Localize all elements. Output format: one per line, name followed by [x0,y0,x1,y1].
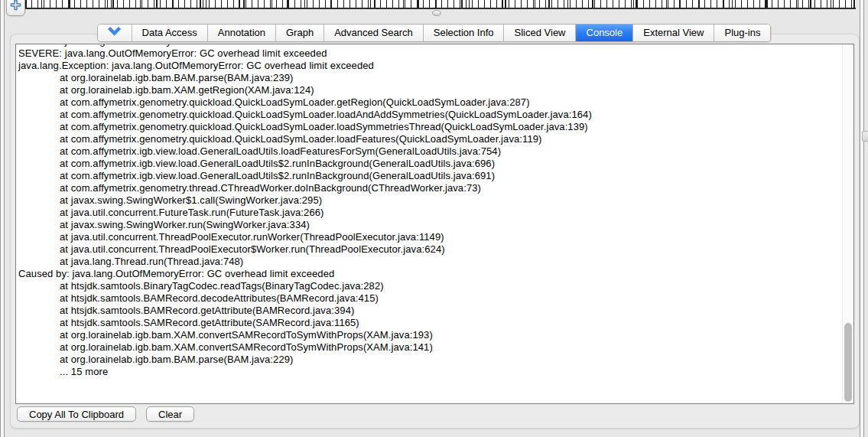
console-line: at htsjdk.samtools.BinaryTagCodec.readTa… [18,280,841,292]
coordinate-ruler [25,0,856,9]
console-line: at org.lorainelab.igb.bam.BAM.parse(BAM.… [18,354,841,366]
console-text: SEVERE: java.lang.OutOfMemoryError: GC o… [18,44,841,378]
console-line: at java.util.concurrent.ThreadPoolExecut… [18,243,841,256]
console-line: java.lang.Exception: java.lang.OutOfMemo… [18,60,841,72]
horizontal-splitter-grip[interactable] [432,10,441,16]
console-line: at org.lorainelab.igb.bam.XAM.convertSAM… [18,329,841,341]
tab-advanced-search[interactable]: Advanced Search [324,24,424,41]
scrollbar-thumb[interactable] [844,323,852,402]
right-splitter-grip[interactable] [862,131,868,142]
plus-icon [10,0,21,15]
console-line: at org.lorainelab.igb.bam.XAM.convertSAM… [18,341,841,354]
console-line: at com.affymetrix.igb.view.load.GeneralL… [18,145,841,158]
console-line: at javax.swing.SwingWorker.run(SwingWork… [18,219,841,231]
tab-sliced-view[interactable]: Sliced View [505,24,577,41]
console-line: at com.affymetrix.genometry.quickload.Qu… [18,121,841,133]
console-vertical-scrollbar[interactable] [842,44,853,403]
tab-bar: Data AccessAnnotationGraphAdvanced Searc… [97,24,772,42]
console-line: at htsjdk.samtools.BAMRecord.getAttribut… [18,305,841,317]
console-line: ... 15 more [18,366,841,378]
tab-data-access[interactable]: Data Access [132,24,208,41]
console-output[interactable]: SEVERE: java.lang.OutOfMemoryError: GC o… [15,44,854,404]
console-line: SEVERE: java.lang.OutOfMemoryError: GC o… [18,47,841,60]
console-line: at com.affymetrix.igb.view.load.GeneralL… [18,170,841,182]
tab-plug-ins[interactable]: Plug-ins [714,24,770,41]
clear-button[interactable]: Clear [146,406,194,422]
chevron-down-icon [107,24,122,41]
console-line: at org.lorainelab.igb.bam.XAM.getRegion(… [18,84,841,96]
console-line: at java.lang.Thread.run(Thread.java:748) [18,256,841,268]
tab-console[interactable]: Console [577,24,634,41]
console-line: at com.affymetrix.genometry.thread.CThre… [18,182,841,194]
console-line: at java.util.concurrent.FutureTask.run(F… [18,207,841,219]
console-footer: Copy All To Clipboard Clear [17,406,194,422]
console-line: at com.affymetrix.genometry.quickload.Qu… [18,96,841,109]
console-line: at javax.swing.SwingWorker$1.call(SwingW… [18,194,841,207]
tab-annotation[interactable]: Annotation [208,24,276,41]
tab-selection-info[interactable]: Selection Info [424,24,505,41]
console-line: at java.util.concurrent.ThreadPoolExecut… [18,231,841,243]
console-line: at com.affymetrix.genometry.quickload.Qu… [18,133,841,145]
console-line: at htsjdk.samtools.BAMRecord.decodeAttri… [18,292,841,305]
copy-all-to-clipboard-button[interactable]: Copy All To Clipboard [17,406,136,422]
add-track-button[interactable] [6,0,25,16]
console-line: at org.lorainelab.igb.bam.BAM.parse(BAM.… [18,72,841,84]
console-line: at com.affymetrix.igb.view.load.GeneralL… [18,158,841,170]
tab-minimize-chevron[interactable] [98,24,132,41]
tab-external-view[interactable]: External View [633,24,714,41]
right-window-splitter[interactable] [860,0,864,437]
console-line: at com.affymetrix.genometry.quickload.Qu… [18,109,841,121]
igb-window: { "toolbar": { "add_button_icon": "plus"… [0,0,868,437]
console-line: Caused by: java.lang.OutOfMemoryError: G… [18,268,841,280]
left-window-splitter[interactable] [0,0,5,437]
tab-graph[interactable]: Graph [276,24,324,41]
console-line: at htsjdk.samtools.SAMRecord.getAttribut… [18,317,841,329]
